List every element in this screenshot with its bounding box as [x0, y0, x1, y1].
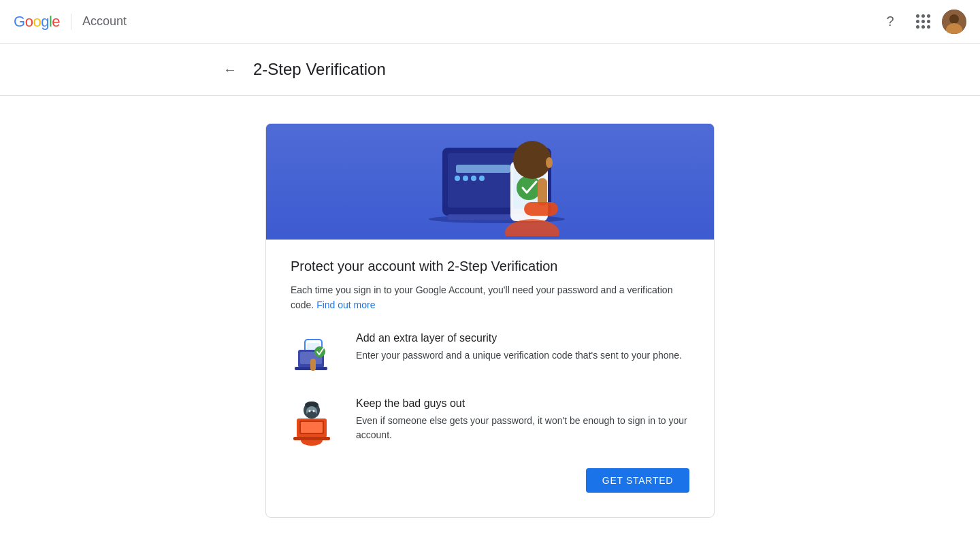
feature-text-security: Add an extra layer of security Enter you…: [356, 332, 682, 363]
avatar[interactable]: [942, 10, 966, 34]
svg-point-35: [307, 411, 316, 418]
svg-point-16: [513, 141, 551, 179]
card-body: Protect your account with 2-Step Verific…: [266, 240, 714, 517]
apps-grid-icon: [916, 14, 930, 29]
back-icon: ←: [223, 62, 237, 78]
feature-item-badguys: Keep the bad guys out Even if someone el…: [291, 397, 689, 446]
svg-rect-19: [524, 202, 558, 216]
page-title-bar: ← 2-Step Verification: [0, 44, 980, 96]
back-button[interactable]: ←: [218, 57, 242, 82]
svg-point-7: [463, 176, 468, 181]
card-heading: Protect your account with 2-Step Verific…: [291, 259, 689, 274]
main-content: Protect your account with 2-Step Verific…: [0, 96, 980, 541]
google-letter-e: e: [52, 13, 60, 31]
feature-desc-security: Enter your password and a unique verific…: [356, 348, 682, 363]
svg-point-17: [546, 157, 553, 168]
help-button[interactable]: ?: [877, 8, 904, 35]
feature-icon-security: [291, 332, 340, 381]
svg-point-8: [471, 176, 476, 181]
hero-svg: [374, 127, 606, 236]
feature-item-security: Add an extra layer of security Enter you…: [291, 332, 689, 381]
svg-point-9: [479, 176, 485, 181]
avatar-image: [942, 10, 966, 34]
feature-list: Add an extra layer of security Enter you…: [291, 332, 689, 446]
feature-text-badguys: Keep the bad guys out Even if someone el…: [356, 397, 689, 442]
card-container: Protect your account with 2-Step Verific…: [0, 96, 980, 518]
svg-point-36: [309, 410, 311, 412]
hero-illustration: [266, 124, 714, 240]
google-letter-g2: g: [41, 13, 49, 31]
product-name: Account: [82, 14, 127, 29]
card-hero: [266, 124, 714, 240]
svg-point-6: [455, 176, 460, 181]
google-letter-o2: o: [33, 13, 41, 31]
apps-button[interactable]: [909, 8, 936, 35]
header: G o o g l e Account ?: [0, 0, 980, 44]
card-footer: GET STARTED: [291, 468, 689, 493]
card: Protect your account with 2-Step Verific…: [265, 123, 715, 518]
find-out-more-link[interactable]: Find out more: [316, 299, 375, 310]
svg-point-14: [517, 176, 541, 200]
svg-rect-26: [310, 359, 316, 371]
svg-rect-30: [301, 422, 323, 433]
get-started-button[interactable]: GET STARTED: [586, 468, 689, 493]
card-description: Each time you sign in to your Google Acc…: [291, 282, 689, 313]
page-title: 2-Step Verification: [253, 60, 386, 79]
feature-desc-badguys: Even if someone else gets your password,…: [356, 414, 689, 442]
badguys-icon: [291, 398, 339, 446]
svg-point-1: [949, 14, 959, 24]
feature-title-badguys: Keep the bad guys out: [356, 397, 689, 410]
header-actions: ?: [877, 8, 966, 35]
help-icon: ?: [886, 14, 894, 29]
header-logo: G o o g l e Account: [14, 13, 127, 31]
svg-point-37: [313, 410, 315, 412]
google-letter-g: G: [14, 13, 25, 31]
svg-rect-38: [293, 437, 330, 440]
security-icon: [291, 333, 339, 380]
svg-rect-5: [456, 165, 510, 173]
logo-divider: [71, 14, 71, 30]
google-letter-o1: o: [25, 13, 33, 31]
feature-title-security: Add an extra layer of security: [356, 332, 682, 344]
svg-rect-18: [538, 178, 547, 206]
feature-icon-badguys: [291, 397, 340, 446]
google-logo: G o o g l e: [14, 13, 60, 31]
